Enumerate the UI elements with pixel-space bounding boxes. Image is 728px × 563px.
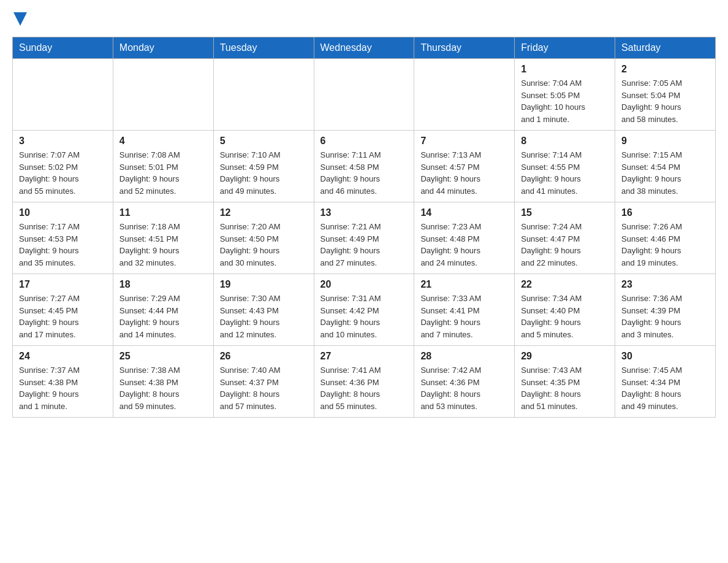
day-number: 30	[621, 351, 709, 362]
calendar-cell	[113, 59, 213, 131]
day-number: 8	[521, 136, 609, 147]
logo-triangle-icon	[13, 12, 27, 26]
calendar-cell: 10Sunrise: 7:17 AMSunset: 4:53 PMDayligh…	[13, 202, 113, 274]
week-row-5: 24Sunrise: 7:37 AMSunset: 4:38 PMDayligh…	[13, 346, 716, 418]
day-number: 3	[19, 136, 107, 147]
calendar-cell: 28Sunrise: 7:42 AMSunset: 4:36 PMDayligh…	[414, 346, 515, 418]
day-number: 15	[521, 207, 609, 218]
day-info: Sunrise: 7:14 AMSunset: 4:55 PMDaylight:…	[521, 149, 609, 197]
day-info: Sunrise: 7:07 AMSunset: 5:02 PMDaylight:…	[19, 149, 107, 197]
day-info: Sunrise: 7:45 AMSunset: 4:34 PMDaylight:…	[621, 364, 709, 412]
day-number: 28	[420, 351, 508, 362]
calendar-cell: 27Sunrise: 7:41 AMSunset: 4:36 PMDayligh…	[314, 346, 414, 418]
day-info: Sunrise: 7:05 AMSunset: 5:04 PMDaylight:…	[621, 77, 709, 125]
calendar-cell: 4Sunrise: 7:08 AMSunset: 5:01 PMDaylight…	[113, 131, 213, 202]
weekday-header-sunday: Sunday	[13, 37, 113, 59]
day-number: 17	[19, 279, 107, 290]
day-number: 27	[320, 351, 408, 362]
calendar-cell	[414, 59, 515, 131]
day-number: 20	[320, 279, 408, 290]
svg-marker-0	[13, 12, 27, 26]
calendar-cell: 11Sunrise: 7:18 AMSunset: 4:51 PMDayligh…	[113, 202, 213, 274]
calendar-cell: 14Sunrise: 7:23 AMSunset: 4:48 PMDayligh…	[414, 202, 515, 274]
week-row-2: 3Sunrise: 7:07 AMSunset: 5:02 PMDaylight…	[13, 131, 716, 202]
day-info: Sunrise: 7:37 AMSunset: 4:38 PMDaylight:…	[19, 364, 107, 412]
weekday-header-monday: Monday	[113, 37, 213, 59]
day-number: 26	[220, 351, 308, 362]
day-info: Sunrise: 7:40 AMSunset: 4:37 PMDaylight:…	[220, 364, 308, 412]
page-header	[12, 12, 716, 25]
calendar-cell: 1Sunrise: 7:04 AMSunset: 5:05 PMDaylight…	[515, 59, 615, 131]
day-number: 25	[119, 351, 207, 362]
day-info: Sunrise: 7:29 AMSunset: 4:44 PMDaylight:…	[119, 293, 207, 340]
calendar-cell: 26Sunrise: 7:40 AMSunset: 4:37 PMDayligh…	[213, 346, 314, 418]
calendar-cell: 12Sunrise: 7:20 AMSunset: 4:50 PMDayligh…	[213, 202, 314, 274]
day-info: Sunrise: 7:42 AMSunset: 4:36 PMDaylight:…	[420, 364, 508, 412]
day-info: Sunrise: 7:30 AMSunset: 4:43 PMDaylight:…	[220, 293, 308, 340]
day-info: Sunrise: 7:24 AMSunset: 4:47 PMDaylight:…	[521, 221, 609, 269]
calendar-cell: 9Sunrise: 7:15 AMSunset: 4:54 PMDaylight…	[615, 131, 716, 202]
day-number: 2	[621, 64, 709, 75]
day-number: 19	[220, 279, 308, 290]
calendar-cell: 29Sunrise: 7:43 AMSunset: 4:35 PMDayligh…	[515, 346, 615, 418]
day-number: 22	[521, 279, 609, 290]
day-info: Sunrise: 7:11 AMSunset: 4:58 PMDaylight:…	[320, 149, 408, 197]
calendar-cell: 30Sunrise: 7:45 AMSunset: 4:34 PMDayligh…	[615, 346, 716, 418]
day-info: Sunrise: 7:17 AMSunset: 4:53 PMDaylight:…	[19, 221, 107, 269]
calendar-header-row: SundayMondayTuesdayWednesdayThursdayFrid…	[13, 37, 716, 59]
day-number: 10	[19, 207, 107, 218]
day-info: Sunrise: 7:04 AMSunset: 5:05 PMDaylight:…	[521, 77, 609, 125]
calendar-cell: 18Sunrise: 7:29 AMSunset: 4:44 PMDayligh…	[113, 274, 213, 346]
weekday-header-tuesday: Tuesday	[213, 37, 314, 59]
day-info: Sunrise: 7:41 AMSunset: 4:36 PMDaylight:…	[320, 364, 408, 412]
calendar-cell: 21Sunrise: 7:33 AMSunset: 4:41 PMDayligh…	[414, 274, 515, 346]
calendar-table: SundayMondayTuesdayWednesdayThursdayFrid…	[12, 37, 716, 418]
weekday-header-wednesday: Wednesday	[314, 37, 414, 59]
calendar-cell: 8Sunrise: 7:14 AMSunset: 4:55 PMDaylight…	[515, 131, 615, 202]
day-info: Sunrise: 7:34 AMSunset: 4:40 PMDaylight:…	[521, 293, 609, 340]
day-number: 4	[119, 136, 207, 147]
day-info: Sunrise: 7:10 AMSunset: 4:59 PMDaylight:…	[220, 149, 308, 197]
calendar-cell: 20Sunrise: 7:31 AMSunset: 4:42 PMDayligh…	[314, 274, 414, 346]
day-number: 6	[320, 136, 408, 147]
calendar-cell: 7Sunrise: 7:13 AMSunset: 4:57 PMDaylight…	[414, 131, 515, 202]
calendar-cell: 17Sunrise: 7:27 AMSunset: 4:45 PMDayligh…	[13, 274, 113, 346]
calendar-cell: 2Sunrise: 7:05 AMSunset: 5:04 PMDaylight…	[615, 59, 716, 131]
calendar-cell: 13Sunrise: 7:21 AMSunset: 4:49 PMDayligh…	[314, 202, 414, 274]
day-number: 24	[19, 351, 107, 362]
day-info: Sunrise: 7:23 AMSunset: 4:48 PMDaylight:…	[420, 221, 508, 269]
week-row-4: 17Sunrise: 7:27 AMSunset: 4:45 PMDayligh…	[13, 274, 716, 346]
logo	[12, 12, 27, 25]
day-info: Sunrise: 7:18 AMSunset: 4:51 PMDaylight:…	[119, 221, 207, 269]
day-number: 13	[320, 207, 408, 218]
calendar-cell: 15Sunrise: 7:24 AMSunset: 4:47 PMDayligh…	[515, 202, 615, 274]
day-number: 14	[420, 207, 508, 218]
calendar-cell	[314, 59, 414, 131]
day-number: 1	[521, 64, 609, 75]
day-number: 9	[621, 136, 709, 147]
day-number: 11	[119, 207, 207, 218]
day-info: Sunrise: 7:08 AMSunset: 5:01 PMDaylight:…	[119, 149, 207, 197]
day-info: Sunrise: 7:20 AMSunset: 4:50 PMDaylight:…	[220, 221, 308, 269]
day-info: Sunrise: 7:38 AMSunset: 4:38 PMDaylight:…	[119, 364, 207, 412]
day-info: Sunrise: 7:26 AMSunset: 4:46 PMDaylight:…	[621, 221, 709, 269]
day-info: Sunrise: 7:31 AMSunset: 4:42 PMDaylight:…	[320, 293, 408, 340]
day-number: 12	[220, 207, 308, 218]
calendar-cell	[13, 59, 113, 131]
day-info: Sunrise: 7:27 AMSunset: 4:45 PMDaylight:…	[19, 293, 107, 340]
day-info: Sunrise: 7:13 AMSunset: 4:57 PMDaylight:…	[420, 149, 508, 197]
calendar-cell: 25Sunrise: 7:38 AMSunset: 4:38 PMDayligh…	[113, 346, 213, 418]
calendar-cell: 23Sunrise: 7:36 AMSunset: 4:39 PMDayligh…	[615, 274, 716, 346]
calendar-cell: 22Sunrise: 7:34 AMSunset: 4:40 PMDayligh…	[515, 274, 615, 346]
week-row-3: 10Sunrise: 7:17 AMSunset: 4:53 PMDayligh…	[13, 202, 716, 274]
week-row-1: 1Sunrise: 7:04 AMSunset: 5:05 PMDaylight…	[13, 59, 716, 131]
day-info: Sunrise: 7:33 AMSunset: 4:41 PMDaylight:…	[420, 293, 508, 340]
day-info: Sunrise: 7:21 AMSunset: 4:49 PMDaylight:…	[320, 221, 408, 269]
day-info: Sunrise: 7:36 AMSunset: 4:39 PMDaylight:…	[621, 293, 709, 340]
day-number: 23	[621, 279, 709, 290]
calendar-cell: 19Sunrise: 7:30 AMSunset: 4:43 PMDayligh…	[213, 274, 314, 346]
day-number: 18	[119, 279, 207, 290]
calendar-cell: 3Sunrise: 7:07 AMSunset: 5:02 PMDaylight…	[13, 131, 113, 202]
weekday-header-saturday: Saturday	[615, 37, 716, 59]
calendar-cell: 6Sunrise: 7:11 AMSunset: 4:58 PMDaylight…	[314, 131, 414, 202]
